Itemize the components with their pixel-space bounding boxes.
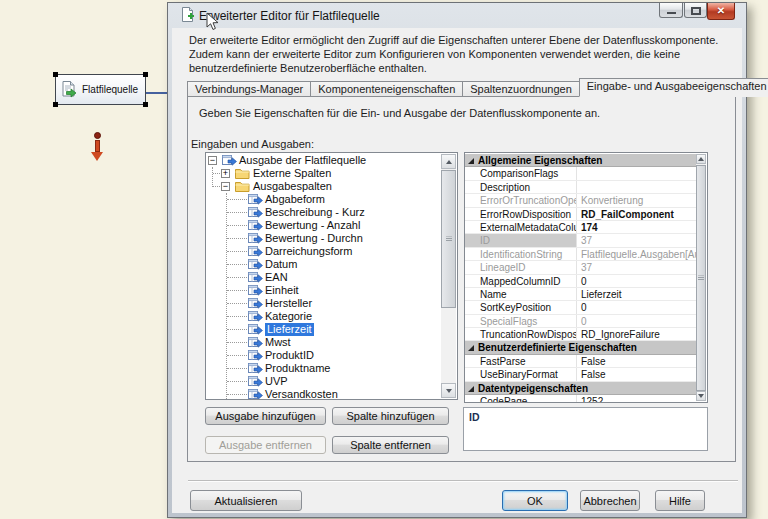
- selection-handle[interactable]: [143, 72, 148, 77]
- scroll-up-icon[interactable]: [696, 154, 706, 164]
- tree-item-label[interactable]: Versandkosten: [265, 388, 338, 399]
- tree-scrollbar[interactable]: [441, 154, 456, 398]
- tree-item-label[interactable]: Externe Spalten: [253, 167, 331, 180]
- selection-handle[interactable]: [53, 102, 58, 107]
- tree-item-label[interactable]: EAN: [265, 271, 288, 284]
- inputs-outputs-tree[interactable]: −Ausgabe der Flatfilequelle+Externe Spal…: [205, 152, 458, 400]
- scroll-down-icon[interactable]: [696, 391, 706, 401]
- property-value[interactable]: 37: [577, 261, 696, 273]
- tree-item[interactable]: Bewertung - Anzahl: [206, 219, 441, 232]
- property-value[interactable]: 0: [577, 301, 696, 313]
- tree-item-label[interactable]: Bewertung - Durchn: [265, 232, 363, 245]
- tree-item[interactable]: Beschreibung - Kurz: [206, 206, 441, 219]
- property-value[interactable]: [577, 167, 696, 179]
- scroll-up-icon[interactable]: [441, 154, 456, 169]
- property-row[interactable]: ErrorRowDispositionRD_FailComponent: [465, 208, 696, 221]
- tree-item-label[interactable]: Kategorie: [265, 310, 312, 323]
- tree-item[interactable]: Versandkosten: [206, 388, 441, 399]
- property-value[interactable]: False: [577, 355, 696, 367]
- tab-komponenteneigenschaften[interactable]: Komponenteneigenschaften: [310, 81, 463, 97]
- tree-item[interactable]: Abgabeform: [206, 193, 441, 206]
- tree-item[interactable]: Einheit: [206, 284, 441, 297]
- property-value[interactable]: Konvertierung: [577, 194, 696, 206]
- property-row[interactable]: CodePage1252: [465, 395, 696, 402]
- property-value[interactable]: 37: [577, 234, 696, 246]
- tree-item[interactable]: UVP: [206, 375, 441, 388]
- tree-item-label[interactable]: Bewertung - Anzahl: [265, 219, 360, 232]
- remove-column-button[interactable]: Spalte entfernen: [332, 436, 449, 454]
- collapse-icon[interactable]: −: [208, 156, 217, 165]
- property-value[interactable]: False: [577, 368, 696, 380]
- property-row[interactable]: IdentificationStringFlatfilequelle.Ausga…: [465, 248, 696, 261]
- property-value[interactable]: RD_IgnoreFailure: [577, 328, 696, 340]
- property-value[interactable]: Lieferzeit: [577, 288, 696, 300]
- error-output-arrow[interactable]: [95, 140, 100, 152]
- property-value[interactable]: 0: [577, 315, 696, 327]
- property-grid-scrollbar[interactable]: [696, 154, 706, 401]
- tree-item-label[interactable]: Datum: [265, 258, 297, 271]
- tree-item[interactable]: Lieferzeit: [206, 323, 441, 336]
- tree-item[interactable]: Kategorie: [206, 310, 441, 323]
- cancel-button[interactable]: Abbrechen: [580, 490, 640, 511]
- property-row[interactable]: UseBinaryFormatFalse: [465, 368, 696, 381]
- remove-output-button[interactable]: Ausgabe entfernen: [205, 436, 326, 454]
- maximize-button[interactable]: [684, 3, 707, 18]
- tree-item-label[interactable]: UVP: [265, 375, 288, 388]
- tab-spaltenzuordnungen[interactable]: Spaltenzuordnungen: [462, 81, 580, 97]
- close-button[interactable]: ✕: [707, 3, 735, 20]
- scrollbar-thumb[interactable]: [696, 165, 706, 391]
- property-row[interactable]: SpecialFlags0: [465, 315, 696, 328]
- property-value[interactable]: Flatfilequelle.Ausgaben[Ausgab: [577, 248, 696, 260]
- property-row[interactable]: ID37: [465, 234, 696, 247]
- property-section-header[interactable]: Benutzerdefinierte Eigenschaften: [465, 341, 696, 354]
- tree-item-label[interactable]: Darreichungsform: [265, 245, 352, 258]
- property-value[interactable]: 0: [577, 275, 696, 287]
- property-row[interactable]: ErrorOrTruncationOperationKonvertierung: [465, 194, 696, 207]
- collapse-icon[interactable]: −: [221, 182, 230, 191]
- refresh-button[interactable]: Aktualisieren: [190, 490, 302, 511]
- tree-item-label[interactable]: Einheit: [265, 284, 299, 297]
- tree-item-label[interactable]: Hersteller: [265, 297, 312, 310]
- tree-item-label[interactable]: Produktname: [265, 362, 330, 375]
- tree-item-label[interactable]: ProduktID: [265, 349, 314, 362]
- tab-verbindungs-manager[interactable]: Verbindungs-Manager: [187, 81, 311, 97]
- tree-item-label[interactable]: Mwst: [265, 336, 291, 349]
- property-section-header[interactable]: Allgemeine Eigenschaften: [465, 154, 696, 167]
- property-value[interactable]: [577, 181, 696, 193]
- tree-item[interactable]: ProduktID: [206, 349, 441, 362]
- property-value[interactable]: 174: [577, 221, 696, 233]
- tree-item-label[interactable]: Lieferzeit: [265, 323, 314, 336]
- property-row[interactable]: FastParseFalse: [465, 355, 696, 368]
- property-value[interactable]: RD_FailComponent: [577, 208, 696, 220]
- data-path-line[interactable]: [146, 92, 168, 94]
- tree-item[interactable]: Bewertung - Durchn: [206, 232, 441, 245]
- error-output-connector[interactable]: [94, 132, 101, 139]
- tree-item[interactable]: EAN: [206, 271, 441, 284]
- property-row[interactable]: SortKeyPosition0: [465, 301, 696, 314]
- component-flatfilequelle[interactable]: Flatfilequelle: [55, 74, 146, 105]
- tab-eingabe-und-ausgabeeigenschaften[interactable]: Eingabe- und Ausgabeeigenschaften: [579, 78, 768, 97]
- property-section-header[interactable]: Datentypeigenschaften: [465, 382, 696, 395]
- minimize-button[interactable]: [659, 3, 683, 18]
- tree-item[interactable]: Darreichungsform: [206, 245, 441, 258]
- tree-item-label[interactable]: Ausgabespalten: [253, 180, 332, 193]
- tree-item[interactable]: +Externe Spalten: [206, 167, 441, 180]
- tree-item-label[interactable]: Beschreibung - Kurz: [265, 206, 365, 219]
- property-row[interactable]: ComparisonFlags: [465, 167, 696, 180]
- property-row[interactable]: ExternalMetadataColumnID174: [465, 221, 696, 234]
- property-row[interactable]: Description: [465, 181, 696, 194]
- tree-item-label[interactable]: Ausgabe der Flatfilequelle: [239, 154, 366, 167]
- tree-item[interactable]: Datum: [206, 258, 441, 271]
- property-row[interactable]: NameLieferzeit: [465, 288, 696, 301]
- add-column-button[interactable]: Spalte hinzufügen: [332, 407, 449, 425]
- expand-icon[interactable]: +: [221, 169, 230, 178]
- tree-item[interactable]: Hersteller: [206, 297, 441, 310]
- tree-item[interactable]: −Ausgabespalten: [206, 180, 441, 193]
- scroll-down-icon[interactable]: [441, 383, 456, 398]
- tree-item[interactable]: −Ausgabe der Flatfilequelle: [206, 154, 441, 167]
- help-button[interactable]: Hilfe: [655, 490, 705, 511]
- property-value[interactable]: 1252: [577, 395, 696, 402]
- property-grid[interactable]: Allgemeine EigenschaftenComparisonFlagsD…: [464, 152, 708, 403]
- tree-item[interactable]: Produktname: [206, 362, 441, 375]
- tree-item-label[interactable]: Abgabeform: [265, 193, 325, 206]
